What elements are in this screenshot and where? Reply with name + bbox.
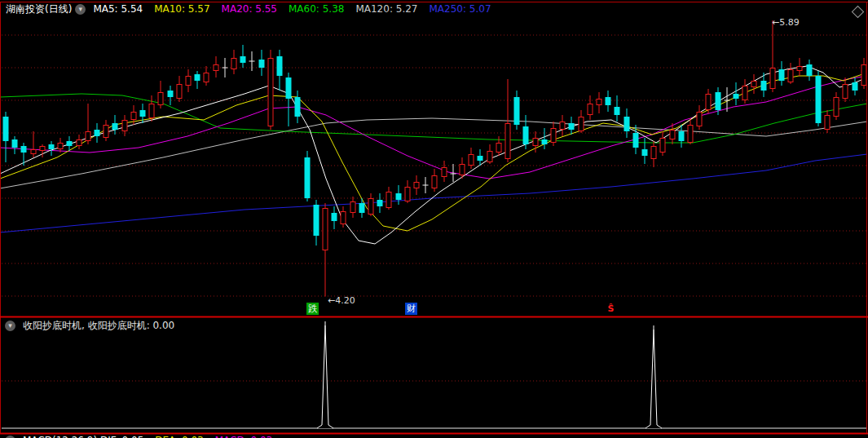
event-marker: Ŝ <box>605 303 617 315</box>
trading-app-window: 湖南投资(日线) ▾ MA5: 5.54 MA10: 5.57 MA20: 5.… <box>0 0 868 438</box>
indicator-spikes <box>317 321 662 428</box>
title-bar: 湖南投资(日线) ▾ MA5: 5.54 MA10: 5.57 MA20: 5.… <box>6 2 503 15</box>
macd-value-label: MACD: 0.03 <box>215 435 273 438</box>
ma250-value-label: MA250: 5.07 <box>429 3 491 15</box>
candles <box>3 20 867 296</box>
low-label: ←4.20 <box>328 295 355 306</box>
signal-spike <box>645 330 662 428</box>
symbol-period-label: 湖南投资(日线) <box>6 2 72 16</box>
collapse-indicator-icon[interactable]: ▾ <box>5 321 15 331</box>
event-marker: 跌 <box>306 303 319 315</box>
macd-dea-label: DEA: 0.03 <box>155 435 203 438</box>
collapse-panel-icon[interactable]: ▾ <box>75 4 86 15</box>
macd-dif-label: MACD(12,26,9) DIF: 0.05 <box>23 435 143 438</box>
ma-line-ma5 <box>0 66 867 244</box>
indicator-label: 收阳抄底时机, 收阳抄底时机: 0.00 <box>23 319 174 333</box>
high-label: ←5.89 <box>772 17 800 28</box>
ma120-value-label: MA120: 5.27 <box>355 3 417 15</box>
ma5-value-label: MA5: 5.54 <box>93 3 143 15</box>
ma-lines <box>0 66 867 244</box>
collapse-macd-icon[interactable]: ▾ <box>5 436 15 438</box>
indicator-label-row: ▾ 收阳抄底时机, 收阳抄底时机: 0.00 <box>5 319 174 333</box>
candlestick-chart[interactable] <box>0 0 868 438</box>
ma-line-ma20 <box>0 76 867 179</box>
event-marker: 财 <box>405 303 417 315</box>
signal-spike <box>317 325 333 428</box>
ma20-value-label: MA20: 5.55 <box>222 3 277 15</box>
ma60-value-label: MA60: 5.38 <box>289 3 344 15</box>
macd-label-row: ▾ MACD(12,26,9) DIF: 0.05 DEA: 0.03 MACD… <box>5 435 284 438</box>
ma10-value-label: MA10: 5.57 <box>154 3 209 15</box>
